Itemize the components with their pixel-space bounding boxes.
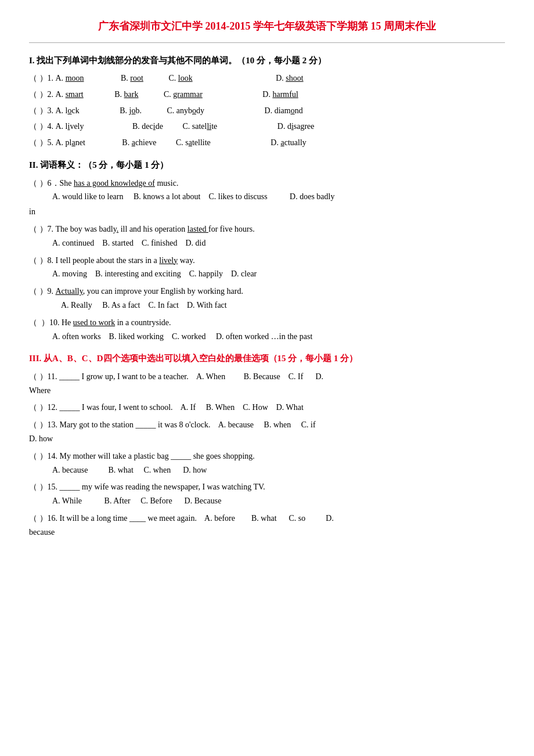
section3-questions: （ ）11. _____ I grow up, I want to be a t… (29, 370, 505, 539)
q1: （ ）1. A. moon B. root C. look D. shoot (29, 71, 505, 85)
q16-cont: because (29, 528, 55, 537)
q6-options: A. would like to learn B. knows a lot ab… (52, 190, 505, 204)
q5-d: D. actually (270, 138, 306, 147)
q2-c: C. grammar (164, 90, 203, 99)
section1-title: I. 找出下列单词中划线部分的发音与其他不同的单词。（10 分，每小题 2 分） (29, 53, 505, 69)
q7: （ ）7. The boy was badly. ill and his ope… (29, 222, 505, 250)
q8: （ ）8. I tell people about the stars in a… (29, 254, 505, 282)
q9-options: A. Really B. As a fact C. In fact D. Wit… (61, 298, 505, 312)
q1-b: B. root (121, 74, 143, 82)
q4-b: B. decide (132, 122, 163, 131)
q1-text: （ ）1. A. moon (29, 74, 84, 82)
q4-d: D. disagree (277, 122, 315, 131)
q3: （ ）3. A. lock B. job. C. anybody D. diam… (29, 104, 505, 118)
q13-stem: （ ）13. Mary got to the station _____ it … (29, 420, 316, 429)
q2-text: （ ）2. A. smart (29, 90, 84, 99)
q4-c: C. satellite (182, 122, 217, 131)
q10-stem: （ ）10. He used to work in a countryside. (29, 318, 171, 327)
q6-stem: （ ）6．She has a good knowledge of music. (29, 179, 178, 188)
q14-options: A. because B. what C. when D. how (52, 463, 505, 477)
q5-c: C. satellite (176, 138, 211, 147)
page-title: 广东省深圳市文汇中学 2014-2015 学年七年级英语下学期第 15 周周末作… (29, 17, 505, 43)
q5: （ ）5. A. planet B. achieve C. satellite … (29, 136, 505, 150)
q6-cont: in (29, 207, 35, 216)
q15-options: A. While B. After C. Before D. Because (52, 494, 505, 508)
q5-b: B. achieve (122, 138, 156, 147)
q7-options: A. continued B. started C. finished D. d… (52, 236, 505, 250)
q5-text: （ ）5. A. planet (29, 138, 85, 147)
q10: （ ）10. He used to work in a countryside.… (29, 316, 505, 344)
q16: （ ）16. It will be a long time ____ we me… (29, 512, 505, 539)
q13-cont: D. how (29, 434, 53, 443)
q2-b: B. bark (114, 90, 138, 99)
q8-options: A. moving B. interesting and exciting C.… (52, 267, 505, 281)
q3-text: （ ）3. A. lock (29, 106, 80, 115)
q7-stem: （ ）7. The boy was badly. ill and his ope… (29, 225, 255, 233)
q15: （ ）15. _____ my wife was reading the new… (29, 480, 505, 508)
q15-stem: （ ）15. _____ my wife was reading the new… (29, 483, 265, 491)
q1-c: C. look (168, 74, 192, 82)
q14-stem: （ ）14. My mother will take a plastic bag… (29, 452, 255, 460)
q9: （ ）9. Actually, you can improve your Eng… (29, 285, 505, 312)
section3-title: III. 从A、B、C、D四个选项中选出可以填入空白处的最佳选项（15 分，每小… (29, 351, 505, 366)
q4: （ ）4. A. lively B. decide C. satellite D… (29, 120, 505, 134)
q16-stem: （ ）16. It will be a long time ____ we me… (29, 514, 334, 523)
q11-cont: Where (29, 386, 50, 395)
q11-stem: （ ）11. _____ I grow up, I want to be a t… (29, 372, 323, 381)
q3-d: D. diamond (265, 106, 303, 115)
q12: （ ）12. _____ I was four, I went to schoo… (29, 401, 505, 415)
q9-stem: （ ）9. Actually, you can improve your Eng… (29, 287, 243, 296)
q2: （ ）2. A. smart B. bark C. grammar D. har… (29, 88, 505, 102)
q10-options: A. often works B. liked working C. worke… (52, 330, 505, 344)
q4-text: （ ）4. A. lively (29, 122, 84, 131)
q11: （ ）11. _____ I grow up, I want to be a t… (29, 370, 505, 398)
q3-b: B. job. (120, 106, 142, 115)
section2-title: II. 词语释义：（5 分，每小题 1 分） (29, 158, 505, 173)
q8-stem: （ ）8. I tell people about the stars in a… (29, 256, 195, 265)
q1-d: D. shoot (276, 74, 303, 82)
q3-c: C. anybody (167, 106, 204, 115)
section2-questions: （ ）6．She has a good knowledge of music. … (29, 177, 505, 344)
q2-d: D. harmful (262, 90, 298, 99)
q13: （ ）13. Mary got to the station _____ it … (29, 418, 505, 446)
section1-questions: （ ）1. A. moon B. root C. look D. shoot （… (29, 71, 505, 150)
q6: （ ）6．She has a good knowledge of music. … (29, 177, 505, 219)
q14: （ ）14. My mother will take a plastic bag… (29, 449, 505, 477)
q12-stem: （ ）12. _____ I was four, I went to schoo… (29, 403, 304, 412)
